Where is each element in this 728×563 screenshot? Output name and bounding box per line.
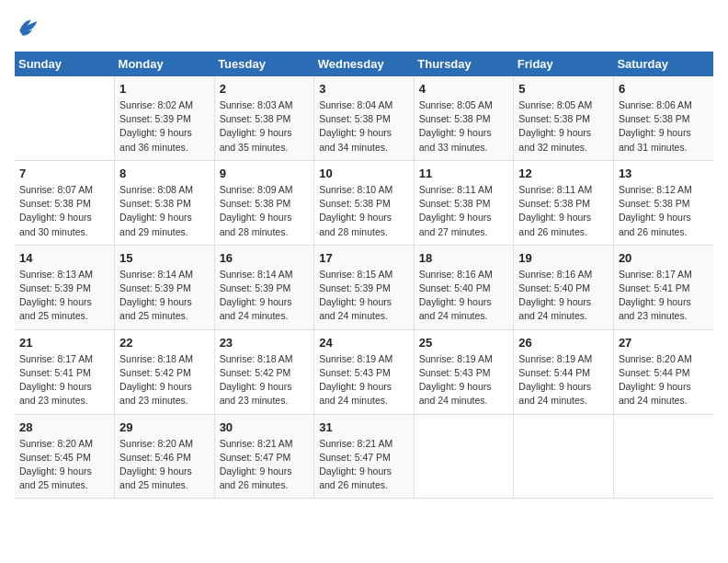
calendar-cell: 11Sunrise: 8:11 AM Sunset: 5:38 PM Dayli…	[414, 160, 514, 245]
day-detail: Sunrise: 8:07 AM Sunset: 5:38 PM Dayligh…	[19, 183, 109, 239]
weekday-header-thursday: Thursday	[414, 52, 514, 76]
day-detail: Sunrise: 8:21 AM Sunset: 5:47 PM Dayligh…	[220, 437, 310, 493]
day-number: 4	[419, 82, 509, 96]
logo	[15, 15, 44, 40]
calendar-table: SundayMondayTuesdayWednesdayThursdayFrid…	[15, 52, 713, 499]
calendar-body: 1Sunrise: 8:02 AM Sunset: 5:39 PM Daylig…	[15, 76, 713, 499]
calendar-cell: 13Sunrise: 8:12 AM Sunset: 5:38 PM Dayli…	[613, 160, 713, 245]
calendar-cell: 27Sunrise: 8:20 AM Sunset: 5:44 PM Dayli…	[613, 329, 713, 414]
calendar-cell: 21Sunrise: 8:17 AM Sunset: 5:41 PM Dayli…	[15, 329, 115, 414]
day-detail: Sunrise: 8:05 AM Sunset: 5:38 PM Dayligh…	[419, 98, 509, 155]
day-number: 21	[19, 336, 109, 350]
day-detail: Sunrise: 8:19 AM Sunset: 5:43 PM Dayligh…	[319, 352, 409, 408]
day-detail: Sunrise: 8:21 AM Sunset: 5:47 PM Dayligh…	[319, 437, 409, 493]
calendar-cell: 16Sunrise: 8:14 AM Sunset: 5:39 PM Dayli…	[214, 245, 314, 329]
day-detail: Sunrise: 8:06 AM Sunset: 5:38 PM Dayligh…	[619, 98, 709, 155]
day-detail: Sunrise: 8:10 AM Sunset: 5:38 PM Dayligh…	[319, 183, 409, 239]
calendar-cell: 4Sunrise: 8:05 AM Sunset: 5:38 PM Daylig…	[414, 76, 514, 160]
calendar-cell: 25Sunrise: 8:19 AM Sunset: 5:43 PM Dayli…	[414, 329, 514, 414]
day-detail: Sunrise: 8:04 AM Sunset: 5:38 PM Dayligh…	[319, 98, 409, 155]
calendar-cell: 3Sunrise: 8:04 AM Sunset: 5:38 PM Daylig…	[314, 76, 415, 160]
day-number: 15	[119, 251, 210, 265]
calendar-cell: 17Sunrise: 8:15 AM Sunset: 5:39 PM Dayli…	[314, 245, 415, 329]
weekday-header-friday: Friday	[514, 52, 614, 76]
day-number: 20	[619, 251, 709, 265]
calendar-cell: 22Sunrise: 8:18 AM Sunset: 5:42 PM Dayli…	[115, 329, 215, 414]
calendar-cell: 24Sunrise: 8:19 AM Sunset: 5:43 PM Dayli…	[314, 329, 415, 414]
day-detail: Sunrise: 8:12 AM Sunset: 5:38 PM Dayligh…	[619, 183, 709, 239]
calendar-cell: 7Sunrise: 8:07 AM Sunset: 5:38 PM Daylig…	[15, 160, 115, 245]
calendar-cell: 28Sunrise: 8:20 AM Sunset: 5:45 PM Dayli…	[15, 414, 115, 499]
calendar-cell: 30Sunrise: 8:21 AM Sunset: 5:47 PM Dayli…	[214, 414, 314, 499]
calendar-week-row: 1Sunrise: 8:02 AM Sunset: 5:39 PM Daylig…	[15, 76, 713, 160]
day-detail: Sunrise: 8:17 AM Sunset: 5:41 PM Dayligh…	[19, 352, 109, 408]
day-number: 3	[319, 82, 409, 96]
day-detail: Sunrise: 8:18 AM Sunset: 5:42 PM Dayligh…	[220, 352, 310, 408]
day-detail: Sunrise: 8:16 AM Sunset: 5:40 PM Dayligh…	[419, 268, 509, 324]
day-number: 18	[419, 251, 509, 265]
calendar-cell: 23Sunrise: 8:18 AM Sunset: 5:42 PM Dayli…	[214, 329, 314, 414]
calendar-cell: 12Sunrise: 8:11 AM Sunset: 5:38 PM Dayli…	[514, 160, 614, 245]
day-number: 17	[319, 251, 409, 265]
day-number: 24	[319, 336, 409, 350]
day-number: 6	[619, 82, 709, 96]
weekday-row: SundayMondayTuesdayWednesdayThursdayFrid…	[15, 52, 713, 76]
day-detail: Sunrise: 8:05 AM Sunset: 5:38 PM Dayligh…	[518, 98, 609, 155]
day-detail: Sunrise: 8:11 AM Sunset: 5:38 PM Dayligh…	[419, 183, 509, 239]
weekday-header-saturday: Saturday	[613, 52, 713, 76]
page-header	[15, 15, 713, 40]
day-number: 9	[220, 167, 310, 180]
day-number: 16	[220, 251, 310, 265]
day-detail: Sunrise: 8:20 AM Sunset: 5:46 PM Dayligh…	[119, 437, 210, 493]
calendar-cell	[15, 76, 115, 160]
day-detail: Sunrise: 8:17 AM Sunset: 5:41 PM Dayligh…	[619, 268, 709, 324]
day-number: 30	[220, 420, 310, 434]
calendar-cell: 6Sunrise: 8:06 AM Sunset: 5:38 PM Daylig…	[613, 76, 713, 160]
day-detail: Sunrise: 8:13 AM Sunset: 5:39 PM Dayligh…	[19, 268, 109, 324]
weekday-header-wednesday: Wednesday	[314, 52, 415, 76]
calendar-cell	[414, 414, 514, 499]
calendar-week-row: 21Sunrise: 8:17 AM Sunset: 5:41 PM Dayli…	[15, 329, 713, 414]
day-number: 26	[518, 336, 609, 350]
day-number: 1	[119, 82, 210, 96]
day-number: 5	[518, 82, 609, 96]
calendar-header: SundayMondayTuesdayWednesdayThursdayFrid…	[15, 52, 713, 76]
day-number: 19	[518, 251, 609, 265]
day-detail: Sunrise: 8:16 AM Sunset: 5:40 PM Dayligh…	[518, 268, 609, 324]
day-detail: Sunrise: 8:19 AM Sunset: 5:43 PM Dayligh…	[419, 352, 509, 408]
day-number: 28	[19, 420, 109, 434]
calendar-cell: 1Sunrise: 8:02 AM Sunset: 5:39 PM Daylig…	[115, 76, 215, 160]
calendar-cell: 2Sunrise: 8:03 AM Sunset: 5:38 PM Daylig…	[214, 76, 314, 160]
day-detail: Sunrise: 8:19 AM Sunset: 5:44 PM Dayligh…	[518, 352, 609, 408]
calendar-week-row: 7Sunrise: 8:07 AM Sunset: 5:38 PM Daylig…	[15, 160, 713, 245]
day-number: 2	[220, 82, 310, 96]
calendar-cell: 31Sunrise: 8:21 AM Sunset: 5:47 PM Dayli…	[314, 414, 415, 499]
day-number: 29	[119, 420, 210, 434]
calendar-week-row: 14Sunrise: 8:13 AM Sunset: 5:39 PM Dayli…	[15, 245, 713, 329]
day-number: 11	[419, 167, 509, 180]
day-detail: Sunrise: 8:14 AM Sunset: 5:39 PM Dayligh…	[220, 268, 310, 324]
day-detail: Sunrise: 8:11 AM Sunset: 5:38 PM Dayligh…	[518, 183, 609, 239]
logo-icon	[15, 15, 40, 40]
day-number: 31	[319, 420, 409, 434]
calendar-cell: 5Sunrise: 8:05 AM Sunset: 5:38 PM Daylig…	[514, 76, 614, 160]
calendar-cell: 29Sunrise: 8:20 AM Sunset: 5:46 PM Dayli…	[115, 414, 215, 499]
day-number: 23	[220, 336, 310, 350]
day-detail: Sunrise: 8:20 AM Sunset: 5:44 PM Dayligh…	[619, 352, 709, 408]
weekday-header-tuesday: Tuesday	[214, 52, 314, 76]
day-detail: Sunrise: 8:02 AM Sunset: 5:39 PM Dayligh…	[119, 98, 210, 155]
calendar-cell: 18Sunrise: 8:16 AM Sunset: 5:40 PM Dayli…	[414, 245, 514, 329]
day-number: 14	[19, 251, 109, 265]
day-number: 12	[518, 167, 609, 180]
calendar-week-row: 28Sunrise: 8:20 AM Sunset: 5:45 PM Dayli…	[15, 414, 713, 499]
day-number: 25	[419, 336, 509, 350]
day-number: 22	[119, 336, 210, 350]
calendar-cell: 8Sunrise: 8:08 AM Sunset: 5:38 PM Daylig…	[115, 160, 215, 245]
day-detail: Sunrise: 8:20 AM Sunset: 5:45 PM Dayligh…	[19, 437, 109, 493]
calendar-cell: 9Sunrise: 8:09 AM Sunset: 5:38 PM Daylig…	[214, 160, 314, 245]
day-number: 10	[319, 167, 409, 180]
day-detail: Sunrise: 8:18 AM Sunset: 5:42 PM Dayligh…	[119, 352, 210, 408]
day-detail: Sunrise: 8:08 AM Sunset: 5:38 PM Dayligh…	[119, 183, 210, 239]
calendar-cell	[613, 414, 713, 499]
calendar-cell: 14Sunrise: 8:13 AM Sunset: 5:39 PM Dayli…	[15, 245, 115, 329]
